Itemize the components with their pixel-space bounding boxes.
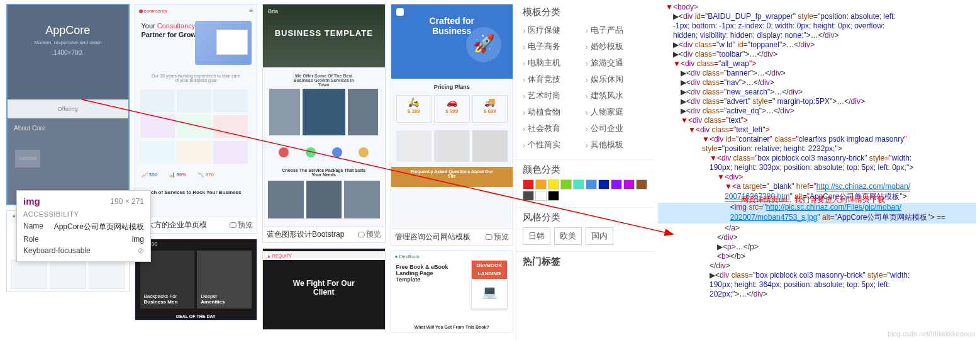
tooltip-dimensions: 190 × 271 (110, 197, 144, 206)
category-item[interactable]: 人物家庭 (586, 104, 649, 120)
color-swatch[interactable] (623, 179, 635, 190)
style-title: 风格分类 (523, 212, 648, 224)
card-appcore[interactable]: AppCore Modern, responsive and clean .14… (6, 4, 130, 205)
annotation-text: 网页详情页url，我们需要进入到详情页下载 (741, 195, 885, 205)
hot-tags-title: 热门标签 (516, 252, 654, 271)
monitor-icon: 🖵 (357, 230, 365, 239)
thumb-offering: Offering (8, 99, 128, 118)
category-item[interactable]: 个性简实 (523, 137, 586, 153)
inspect-tooltip: img 190 × 271 ACCESSIBILITY NameAppCore公… (16, 190, 151, 262)
card-devbook[interactable]: ● DevBook Free Book & eBook Landing Page… (391, 251, 514, 332)
color-swatch[interactable] (611, 179, 622, 190)
color-title: 颜色分类 (523, 164, 648, 176)
card-crafted[interactable]: Crafted for Business 🚀 Pricing Plans 🛵$ … (391, 4, 514, 246)
category-item[interactable]: 艺术时尚 (523, 88, 586, 104)
color-swatch[interactable] (523, 191, 534, 201)
category-item[interactable]: 电脑主机 (523, 55, 586, 71)
card-consultancy[interactable]: comments ☰ Your Consultancy Partner for … (135, 4, 258, 234)
category-item[interactable]: 婚纱模板 (586, 38, 649, 55)
monitor-icon: 🖵 (485, 233, 493, 242)
sidebar: 模板分类 医疗保健电子产品电子商务婚纱模板电脑主机旅游交通体育竞技娱乐休闲艺术时… (516, 0, 654, 340)
template-gallery: AppCore Modern, responsive and clean .14… (0, 0, 516, 340)
category-item[interactable]: 电子产品 (586, 22, 649, 38)
color-swatch[interactable] (573, 179, 584, 190)
preview-button[interactable]: 🖵预览 (229, 220, 253, 230)
category-item[interactable]: 其他模板 (586, 137, 649, 153)
thumb-sub: Modern, responsive and clean (8, 40, 128, 45)
style-button[interactable]: 日韩 (523, 227, 550, 245)
category-item[interactable]: 体育竞技 (523, 71, 586, 88)
category-item[interactable]: 动植食物 (523, 104, 586, 120)
style-button[interactable]: 国内 (586, 227, 613, 245)
category-title: 模板分类 (523, 6, 648, 18)
category-item[interactable]: 旅游交通 (586, 55, 649, 71)
color-swatch[interactable] (598, 179, 610, 190)
color-swatch[interactable] (535, 191, 547, 201)
color-swatch[interactable] (548, 179, 559, 190)
style-button[interactable]: 欧美 (554, 227, 582, 245)
monitor-icon: 🖵 (229, 221, 237, 230)
thumb-dim: .1400×700. (8, 49, 128, 56)
tooltip-acc-label: ACCESSIBILITY (23, 210, 144, 218)
category-item[interactable]: 社会教育 (523, 120, 586, 137)
color-swatch[interactable] (560, 179, 572, 190)
thumb-title: AppCore (8, 24, 128, 37)
color-swatch[interactable] (535, 179, 547, 190)
card-requity[interactable]: ▲ REQUITY We Fight For Our Client (262, 248, 386, 330)
color-swatch[interactable] (548, 191, 559, 201)
card-bria[interactable]: Bria BUSINESS TEMPLATE We Offer Some Of … (262, 4, 386, 243)
color-swatch[interactable] (636, 179, 647, 190)
color-swatch[interactable] (586, 179, 597, 190)
card-caption: 蓝色图形设计Bootstrap (267, 229, 344, 240)
watermark: blog.csdn.net/IIIIkkkkkooooo (888, 330, 975, 337)
preview-button[interactable]: 🖵预览 (357, 229, 381, 240)
category-item[interactable]: 电子商务 (523, 38, 586, 55)
category-item[interactable]: 娱乐休闲 (586, 71, 649, 88)
card-backpack[interactable]: EMARISS Backpacks ForBusiness Men Deeper… (135, 239, 258, 320)
category-item[interactable]: 公司企业 (586, 120, 649, 137)
tooltip-tag: img (23, 196, 40, 207)
color-swatch[interactable] (523, 179, 534, 190)
category-item[interactable]: 医疗保健 (523, 22, 586, 38)
thumb-about: About Core (14, 125, 46, 132)
devtools-panel[interactable]: ▼<body> ▶<div id="BAIDU_DUP_fp_wrapper" … (654, 0, 980, 340)
card-caption: 管理咨询公司网站模板 (395, 232, 471, 242)
category-item[interactable]: 建筑风水 (586, 88, 649, 104)
preview-button[interactable]: 🖵预览 (485, 232, 509, 242)
